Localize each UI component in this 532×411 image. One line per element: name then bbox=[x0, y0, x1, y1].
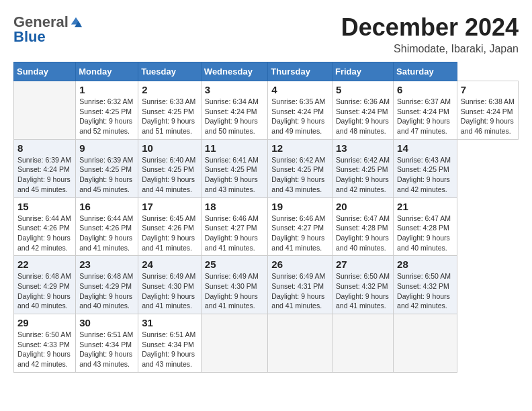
day-number: 10 bbox=[142, 142, 197, 154]
calendar-cell: 10Sunrise: 6:40 AM Sunset: 4:25 PM Dayli… bbox=[138, 139, 202, 197]
day-number: 4 bbox=[271, 84, 328, 95]
day-info: Sunrise: 6:48 AM Sunset: 4:29 PM Dayligh… bbox=[79, 271, 134, 311]
day-number: 23 bbox=[79, 259, 134, 270]
calendar-cell: 28Sunrise: 6:50 AM Sunset: 4:32 PM Dayli… bbox=[394, 256, 457, 314]
calendar-cell: 12Sunrise: 6:42 AM Sunset: 4:25 PM Dayli… bbox=[268, 139, 332, 197]
calendar-week-row: 22Sunrise: 6:48 AM Sunset: 4:29 PM Dayli… bbox=[14, 256, 519, 314]
day-number: 13 bbox=[336, 142, 390, 154]
day-info: Sunrise: 6:49 AM Sunset: 4:30 PM Dayligh… bbox=[205, 271, 265, 311]
calendar-cell: 24Sunrise: 6:49 AM Sunset: 4:30 PM Dayli… bbox=[138, 256, 202, 314]
day-info: Sunrise: 6:42 AM Sunset: 4:25 PM Dayligh… bbox=[336, 155, 390, 195]
calendar-cell: 13Sunrise: 6:42 AM Sunset: 4:25 PM Dayli… bbox=[332, 139, 393, 197]
calendar-cell: 11Sunrise: 6:41 AM Sunset: 4:25 PM Dayli… bbox=[201, 139, 268, 197]
calendar-cell: 4Sunrise: 6:35 AM Sunset: 4:24 PM Daylig… bbox=[268, 81, 332, 140]
day-number: 3 bbox=[205, 84, 265, 95]
page-header: General Blue December 2024 Shimodate, Ib… bbox=[13, 13, 519, 55]
day-number: 15 bbox=[17, 201, 72, 212]
calendar-cell: 21Sunrise: 6:47 AM Sunset: 4:28 PM Dayli… bbox=[394, 197, 457, 256]
day-info: Sunrise: 6:40 AM Sunset: 4:25 PM Dayligh… bbox=[142, 155, 197, 195]
day-info: Sunrise: 6:33 AM Sunset: 4:25 PM Dayligh… bbox=[142, 97, 197, 136]
day-info: Sunrise: 6:50 AM Sunset: 4:32 PM Dayligh… bbox=[336, 271, 390, 311]
day-number: 17 bbox=[142, 201, 197, 212]
day-number: 22 bbox=[17, 259, 72, 270]
day-info: Sunrise: 6:42 AM Sunset: 4:25 PM Dayligh… bbox=[271, 155, 328, 195]
day-number: 30 bbox=[79, 317, 134, 328]
day-info: Sunrise: 6:51 AM Sunset: 4:34 PM Dayligh… bbox=[142, 330, 197, 369]
day-number: 19 bbox=[271, 201, 328, 212]
location: Shimodate, Ibaraki, Japan bbox=[341, 43, 519, 55]
calendar-cell bbox=[332, 314, 393, 373]
day-number: 31 bbox=[142, 317, 197, 328]
calendar-cell: 22Sunrise: 6:48 AM Sunset: 4:29 PM Dayli… bbox=[14, 256, 76, 314]
calendar-cell: 3Sunrise: 6:34 AM Sunset: 4:24 PM Daylig… bbox=[201, 81, 268, 140]
calendar-week-row: 15Sunrise: 6:44 AM Sunset: 4:26 PM Dayli… bbox=[14, 197, 519, 256]
day-info: Sunrise: 6:44 AM Sunset: 4:26 PM Dayligh… bbox=[17, 214, 72, 253]
calendar-cell: 29Sunrise: 6:50 AM Sunset: 4:33 PM Dayli… bbox=[14, 314, 76, 373]
day-number: 11 bbox=[205, 142, 265, 154]
day-number: 29 bbox=[17, 317, 72, 328]
logo: General Blue bbox=[13, 13, 82, 46]
calendar-cell: 16Sunrise: 6:44 AM Sunset: 4:26 PM Dayli… bbox=[76, 197, 138, 256]
day-number: 9 bbox=[79, 142, 134, 154]
calendar-cell: 19Sunrise: 6:46 AM Sunset: 4:27 PM Dayli… bbox=[268, 197, 332, 256]
day-number: 2 bbox=[142, 84, 197, 95]
day-number: 27 bbox=[336, 259, 390, 270]
calendar-header-saturday: Saturday bbox=[394, 62, 457, 81]
calendar-cell: 17Sunrise: 6:45 AM Sunset: 4:26 PM Dayli… bbox=[138, 197, 202, 256]
day-info: Sunrise: 6:51 AM Sunset: 4:34 PM Dayligh… bbox=[79, 330, 134, 369]
calendar-cell: 26Sunrise: 6:49 AM Sunset: 4:31 PM Dayli… bbox=[268, 256, 332, 314]
day-number: 16 bbox=[79, 201, 134, 212]
calendar-cell: 5Sunrise: 6:36 AM Sunset: 4:24 PM Daylig… bbox=[332, 81, 393, 140]
calendar-week-row: 1Sunrise: 6:32 AM Sunset: 4:25 PM Daylig… bbox=[14, 81, 519, 140]
calendar-cell bbox=[201, 314, 268, 373]
calendar-cell: 2Sunrise: 6:33 AM Sunset: 4:25 PM Daylig… bbox=[138, 81, 202, 140]
day-number: 1 bbox=[79, 84, 134, 95]
calendar-cell: 23Sunrise: 6:48 AM Sunset: 4:29 PM Dayli… bbox=[76, 256, 138, 314]
day-info: Sunrise: 6:39 AM Sunset: 4:24 PM Dayligh… bbox=[17, 155, 72, 195]
calendar-table: SundayMondayTuesdayWednesdayThursdayFrid… bbox=[13, 62, 519, 373]
day-info: Sunrise: 6:38 AM Sunset: 4:24 PM Dayligh… bbox=[461, 97, 515, 136]
calendar-cell: 6Sunrise: 6:37 AM Sunset: 4:24 PM Daylig… bbox=[394, 81, 457, 140]
day-number: 8 bbox=[17, 142, 72, 154]
month-title: December 2024 bbox=[341, 13, 519, 42]
day-info: Sunrise: 6:47 AM Sunset: 4:28 PM Dayligh… bbox=[336, 214, 390, 253]
calendar-week-row: 29Sunrise: 6:50 AM Sunset: 4:33 PM Dayli… bbox=[14, 314, 519, 373]
calendar-cell: 14Sunrise: 6:43 AM Sunset: 4:25 PM Dayli… bbox=[394, 139, 457, 197]
day-info: Sunrise: 6:37 AM Sunset: 4:24 PM Dayligh… bbox=[397, 97, 453, 136]
day-info: Sunrise: 6:36 AM Sunset: 4:24 PM Dayligh… bbox=[336, 97, 390, 136]
day-number: 5 bbox=[336, 84, 390, 95]
day-info: Sunrise: 6:32 AM Sunset: 4:25 PM Dayligh… bbox=[79, 97, 134, 136]
day-number: 25 bbox=[205, 259, 265, 270]
calendar-week-row: 8Sunrise: 6:39 AM Sunset: 4:24 PM Daylig… bbox=[14, 139, 519, 197]
logo-blue: Blue bbox=[13, 28, 46, 46]
calendar-header-sunday: Sunday bbox=[14, 62, 76, 81]
day-info: Sunrise: 6:46 AM Sunset: 4:27 PM Dayligh… bbox=[271, 214, 328, 253]
day-number: 12 bbox=[271, 142, 328, 154]
calendar-header-friday: Friday bbox=[332, 62, 393, 81]
calendar-header-wednesday: Wednesday bbox=[201, 62, 268, 81]
day-number: 21 bbox=[397, 201, 453, 212]
day-info: Sunrise: 6:48 AM Sunset: 4:29 PM Dayligh… bbox=[17, 271, 72, 311]
day-info: Sunrise: 6:44 AM Sunset: 4:26 PM Dayligh… bbox=[79, 214, 134, 253]
calendar-cell bbox=[14, 81, 76, 140]
calendar-header-monday: Monday bbox=[76, 62, 138, 81]
logo-icon bbox=[70, 16, 82, 28]
day-info: Sunrise: 6:50 AM Sunset: 4:32 PM Dayligh… bbox=[397, 271, 453, 311]
day-info: Sunrise: 6:47 AM Sunset: 4:28 PM Dayligh… bbox=[397, 214, 453, 253]
day-number: 18 bbox=[205, 201, 265, 212]
calendar-cell: 8Sunrise: 6:39 AM Sunset: 4:24 PM Daylig… bbox=[14, 139, 76, 197]
day-info: Sunrise: 6:39 AM Sunset: 4:25 PM Dayligh… bbox=[79, 155, 134, 195]
calendar-header-tuesday: Tuesday bbox=[138, 62, 202, 81]
day-number: 20 bbox=[336, 201, 390, 212]
day-info: Sunrise: 6:49 AM Sunset: 4:31 PM Dayligh… bbox=[271, 271, 328, 311]
day-info: Sunrise: 6:49 AM Sunset: 4:30 PM Dayligh… bbox=[142, 271, 197, 311]
calendar-cell: 27Sunrise: 6:50 AM Sunset: 4:32 PM Dayli… bbox=[332, 256, 393, 314]
day-info: Sunrise: 6:35 AM Sunset: 4:24 PM Dayligh… bbox=[271, 97, 328, 136]
calendar-cell bbox=[268, 314, 332, 373]
day-number: 7 bbox=[461, 84, 515, 95]
calendar-cell: 9Sunrise: 6:39 AM Sunset: 4:25 PM Daylig… bbox=[76, 139, 138, 197]
title-area: December 2024 Shimodate, Ibaraki, Japan bbox=[341, 13, 519, 55]
calendar-cell: 20Sunrise: 6:47 AM Sunset: 4:28 PM Dayli… bbox=[332, 197, 393, 256]
day-number: 28 bbox=[397, 259, 453, 270]
calendar-cell: 31Sunrise: 6:51 AM Sunset: 4:34 PM Dayli… bbox=[138, 314, 202, 373]
